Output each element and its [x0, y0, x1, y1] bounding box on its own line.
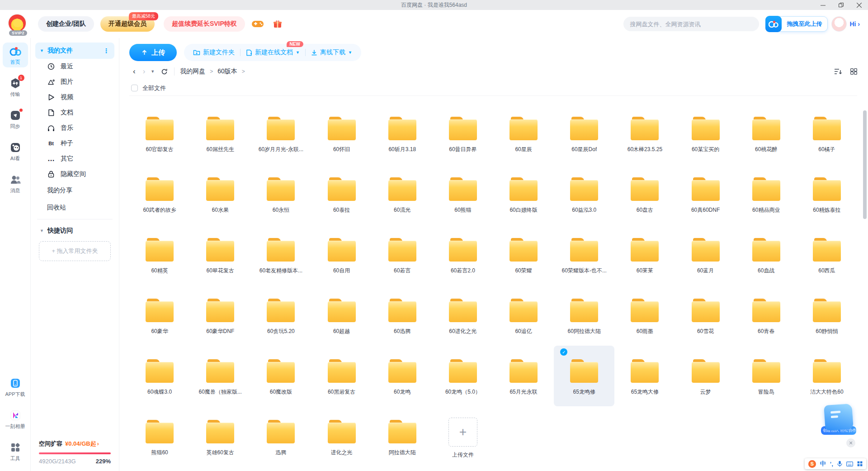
input-method-bar[interactable]: S 中 ’, [805, 458, 866, 469]
folder-tile[interactable]: 60贪玩5.20 [250, 285, 311, 346]
user-avatar[interactable]: SVIP2 [8, 14, 28, 34]
sidebar-item-documents[interactable]: 文档 [35, 105, 114, 120]
folder-tile[interactable]: 进化之光 [311, 406, 372, 467]
quick-access-header[interactable]: ▼ 快捷访问 [35, 222, 114, 238]
drop-folder-hint[interactable]: + 拖入常用文件夹 [39, 241, 111, 261]
folder-tile[interactable]: 60雪花 [675, 285, 736, 346]
folder-tile[interactable]: 60永恒 [250, 164, 311, 224]
folder-tile[interactable]: 60若言2.0 [433, 224, 493, 285]
rail-item-tools[interactable]: 工具 [3, 439, 28, 464]
folder-tile[interactable]: 60若言 [372, 224, 433, 285]
search-box[interactable] [623, 17, 759, 31]
folder-tile[interactable]: 60星辰Dof [554, 103, 614, 164]
folder-tile[interactable]: 60精炼泰拉 [797, 164, 857, 224]
rail-item-messages[interactable]: 消息 [3, 171, 28, 196]
folder-tile[interactable]: 60西瓜 [797, 224, 857, 285]
sidebar-item-torrents[interactable]: Bt 种子 [35, 136, 114, 151]
breadcrumb-root[interactable]: 我的网盘 [180, 67, 205, 76]
folder-tile[interactable]: 60岁月月光-永联... [250, 103, 311, 164]
folder-tile[interactable]: 60昔日异界 [433, 103, 493, 164]
ime-keyboard-icon[interactable] [846, 461, 853, 466]
sidebar-item-videos[interactable]: 视频 [35, 90, 114, 105]
rail-item-home[interactable]: 首页 [3, 43, 28, 67]
folder-tile[interactable]: 熊猫60 [129, 406, 190, 467]
rail-item-photos[interactable]: 一刻相册 [3, 407, 28, 432]
folder-tile[interactable]: 阿拉德大陆 [372, 406, 433, 467]
folder-tile[interactable]: 60斩月3.18 [372, 103, 433, 164]
folder-tile[interactable]: 60蓝月 [675, 224, 736, 285]
collapse-caret-icon[interactable]: ▼ [40, 48, 44, 53]
folder-tile[interactable]: 60橘子 [797, 103, 857, 164]
close-button[interactable] [850, 0, 868, 10]
ime-logo-icon[interactable]: S [808, 460, 816, 468]
rail-item-ai[interactable]: AI看 [3, 139, 28, 164]
scrollbar-thumb[interactable] [863, 110, 867, 219]
view-mode-button[interactable] [850, 68, 857, 75]
folder-tile[interactable]: 60自用 [311, 224, 372, 285]
chevron-right-icon[interactable]: › [97, 441, 99, 447]
history-caret-icon[interactable]: ▼ [149, 69, 156, 74]
rail-item-app-download[interactable]: APP下载 [3, 375, 28, 400]
folder-tile[interactable]: 60荣耀版本-也不... [554, 224, 614, 285]
folder-tile[interactable]: 60血战 [736, 224, 797, 285]
forward-button[interactable]: › [139, 67, 149, 76]
folder-tile[interactable]: 65龙鸣大修 [614, 346, 675, 406]
refresh-button[interactable] [156, 68, 172, 75]
sidebar-item-music[interactable]: 音乐 [35, 120, 114, 136]
upload-button[interactable]: 上传 [129, 44, 177, 61]
folder-tile[interactable]: 60屌丝先生 [190, 103, 250, 164]
vertical-scrollbar[interactable]: ▼ [863, 110, 867, 459]
game-icon[interactable] [251, 18, 264, 30]
folder-tile[interactable]: 60超越 [311, 285, 372, 346]
sidebar-item-my-shares[interactable]: 我的分享 [35, 182, 114, 199]
folder-tile[interactable]: 迅腾 [250, 406, 311, 467]
folder-tile[interactable]: 60豪华 [129, 285, 190, 346]
folder-tile[interactable]: 60熊猫 [433, 164, 493, 224]
renew-svip-banner[interactable]: 超值续费延长SVIP特权 [164, 16, 245, 32]
sort-order-button[interactable] [834, 68, 842, 75]
ime-punctuation-toggle[interactable]: ’, [830, 461, 833, 467]
sidebar-item-others[interactable]: … 其它 [35, 151, 114, 167]
folder-tile[interactable]: 60流光 [372, 164, 433, 224]
folder-tile[interactable]: 60益泓3.0 [554, 164, 614, 224]
assistant-entry[interactable]: Hi › [831, 16, 860, 32]
sidebar-item-recent[interactable]: 最近 [35, 59, 114, 74]
folder-tile[interactable]: 冒险岛 [736, 346, 797, 406]
storage-expand-label[interactable]: 空间扩容 [39, 440, 62, 448]
folder-tile[interactable]: 云梦 [675, 346, 736, 406]
folder-tile[interactable]: 60盘古 [614, 164, 675, 224]
folder-tile[interactable]: 60真60DNF [675, 164, 736, 224]
folder-tile[interactable]: 60迅腾 [372, 285, 433, 346]
sidebar-item-recycle-bin[interactable]: 回收站 [35, 199, 114, 216]
drag-upload-button[interactable]: 拖拽至此上传 [765, 16, 828, 32]
folder-tile[interactable]: 60桃花醉 [736, 103, 797, 164]
folder-tile[interactable]: 60某宝买的 [675, 103, 736, 164]
folder-tile[interactable]: 60武者的故乡 [129, 164, 190, 224]
folder-tile[interactable]: 60追亿 [493, 285, 554, 346]
folder-tile[interactable]: 60进化之光 [433, 285, 493, 346]
back-button[interactable]: ‹ [129, 67, 139, 76]
ime-language-toggle[interactable]: 中 [820, 460, 826, 468]
folder-tile[interactable]: 60白嫖终版 [493, 164, 554, 224]
folder-tile[interactable]: 60水果 [190, 164, 250, 224]
new-online-doc-button[interactable]: NEW 新建在线文档 ▼ [241, 48, 305, 57]
create-enterprise-button[interactable]: 创建企业/团队 [38, 16, 94, 32]
folder-tile[interactable]: 60黑岩复古 [311, 346, 372, 406]
folder-tile[interactable]: 60青春 [736, 285, 797, 346]
folder-tile[interactable]: 60星辰 [493, 103, 554, 164]
minimize-button[interactable] [814, 0, 832, 10]
folder-tile[interactable]: 60荣耀 [493, 224, 554, 285]
folder-tile[interactable]: 60龙鸣（5.0） [433, 346, 493, 406]
folder-tile[interactable]: 60精品商业 [736, 164, 797, 224]
folder-tile[interactable]: 60魔改版 [250, 346, 311, 406]
offline-download-button[interactable]: 离线下载 ▼ [306, 48, 358, 57]
sidebar-item-pictures[interactable]: 图片 [35, 74, 114, 90]
more-options-icon[interactable]: ⋮ [103, 47, 110, 54]
folder-tile[interactable]: 英雄60复古 [190, 406, 250, 467]
folder-tile[interactable]: 60老友精修版本... [250, 224, 311, 285]
folder-tile[interactable]: 60精英 [129, 224, 190, 285]
folder-tile[interactable]: ✓ 65龙鸣修 [554, 346, 614, 406]
rail-item-sync[interactable]: 同步 [3, 107, 28, 132]
folder-tile[interactable]: 60翠花复古 [190, 224, 250, 285]
folder-tile[interactable]: 65月光永联 [493, 346, 554, 406]
